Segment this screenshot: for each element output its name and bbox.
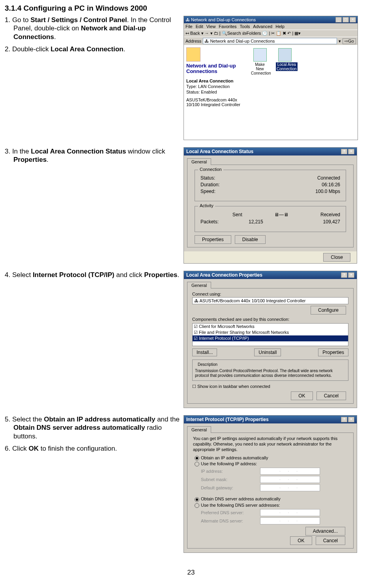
dialog-title: Internet Protocol (TCP/IP) Properties	[186, 417, 269, 422]
close-button[interactable]: ×	[348, 149, 354, 154]
dialog-titlebar[interactable]: Local Area Connection Properties ?×	[184, 271, 357, 279]
disable-button[interactable]: Disable	[235, 235, 266, 244]
dialog-title: Local Area Connection Status	[186, 149, 253, 154]
subnet-mask-field: Subnet mask:. . .	[201, 476, 348, 483]
type-label: Type: LAN Connection	[186, 84, 245, 89]
step-5: 5. Select the Obtain an IP address autom…	[5, 415, 180, 440]
go-button[interactable]: ⇨Go	[343, 38, 356, 44]
radio-obtain-dns-auto[interactable]: Obtain DNS server address automatically	[195, 496, 348, 502]
window-title: Network and Dial-up Connections	[191, 17, 256, 22]
address-input[interactable]: 🖧 Network and Dial-up Connections	[203, 38, 337, 44]
dialog-title: Local Area Connection Properties	[186, 272, 262, 278]
connect-using-label: Connect using:	[192, 292, 348, 296]
list-item[interactable]: Client for Microsoft Networks	[193, 324, 348, 330]
dialog-titlebar[interactable]: Local Area Connection Status ?×	[184, 148, 357, 155]
tab-general[interactable]: General	[187, 426, 211, 433]
screenshot-lac-status-dialog: Local Area Connection Status ?× General …	[184, 147, 357, 264]
advanced-button[interactable]: Advanced...	[305, 527, 345, 536]
list-item[interactable]: File and Printer Sharing for Microsoft N…	[193, 330, 348, 335]
configure-button[interactable]: Configure	[311, 306, 346, 315]
step-4: 4. Select Internet Protocol (TCP/IP) and…	[5, 271, 180, 279]
connection-group: Connection Status:Connected Duration:06:…	[195, 170, 346, 201]
ip-address-field: IP address:. . .	[201, 468, 348, 475]
make-new-connection-icon[interactable]: Make New Connection	[251, 48, 269, 75]
local-area-connection-icon[interactable]: Local Area Connection	[276, 48, 294, 71]
close-button[interactable]: ×	[348, 272, 354, 278]
minimize-button[interactable]: _	[335, 17, 342, 22]
address-dropdown-icon[interactable]: ▾	[339, 39, 341, 44]
help-button[interactable]: ?	[341, 417, 347, 422]
cancel-button[interactable]: Cancel	[316, 536, 345, 545]
activity-group: Activity Sent🖥—🖥Received Packets:12,2151…	[195, 206, 346, 232]
alternate-dns-field: Alternate DNS server:. . .	[201, 517, 348, 524]
pane-title: Network and Dial-up Connections	[186, 63, 245, 75]
close-button[interactable]: ×	[348, 417, 354, 422]
radio-use-ip[interactable]: Use the following IP address:	[195, 461, 348, 466]
tab-general[interactable]: General	[187, 282, 211, 288]
maximize-button[interactable]: □	[343, 17, 349, 22]
section-heading: 3.1.4 Configuring a PC in Windows 2000	[5, 4, 377, 13]
properties-button[interactable]: Properties	[318, 348, 348, 356]
info-pane: Network and Dial-up Connections Local Ar…	[184, 45, 248, 140]
install-button[interactable]: Install...	[192, 348, 217, 356]
help-button[interactable]: ?	[341, 149, 347, 154]
window-icon: 🖧	[185, 17, 191, 22]
close-button[interactable]: ×	[350, 17, 356, 22]
status-label: Status: Enabled	[186, 90, 245, 94]
description-box: Description Transmission Control Protoco…	[192, 360, 348, 381]
window-titlebar[interactable]: 🖧 Network and Dial-up Connections _ □ ×	[184, 16, 358, 23]
address-bar[interactable]: Address 🖧 Network and Dial-up Connection…	[184, 37, 358, 45]
radio-use-dns[interactable]: Use the following DNS server addresses:	[195, 503, 348, 508]
components-label: Components checked are used by this conn…	[192, 317, 348, 322]
adapter-label: ASUSTeK/Broadcom 440x 10/100 Integrated …	[186, 97, 245, 107]
tab-general[interactable]: General	[187, 158, 211, 165]
screenshot-tcpip-properties-dialog: Internet Protocol (TCP/IP) Properties ?×…	[184, 415, 357, 553]
list-item-tcpip[interactable]: Internet Protocol (TCP/IP)	[193, 335, 348, 341]
default-gateway-field: Default gateway:. . .	[201, 484, 348, 491]
help-button[interactable]: ?	[341, 272, 347, 278]
menu-bar[interactable]: FileEditViewFavoritesToolsAdvancedHelp	[184, 23, 358, 30]
radio-obtain-ip-auto[interactable]: Obtain an IP address automatically	[195, 455, 348, 461]
properties-button[interactable]: Properties	[195, 235, 231, 244]
step-1: 1. Go to Start / Settings / Control Pane…	[5, 16, 180, 41]
page-number: 23	[5, 569, 377, 577]
components-list[interactable]: Client for Microsoft Networks File and P…	[192, 323, 348, 346]
dialog-titlebar[interactable]: Internet Protocol (TCP/IP) Properties ?×	[184, 416, 357, 423]
show-icon-checkbox[interactable]: ☐ Show icon in taskbar when connected	[192, 384, 348, 389]
activity-icon: 🖥—🖥	[274, 212, 288, 217]
network-folder-icon	[186, 47, 200, 62]
step-6: 6. Click OK to finish the configuration.	[5, 444, 180, 453]
uninstall-button[interactable]: Uninstall	[254, 348, 281, 356]
ok-button[interactable]: OK	[290, 536, 312, 545]
cancel-button[interactable]: Cancel	[316, 391, 346, 400]
close-button[interactable]: Close	[323, 253, 350, 262]
ok-button[interactable]: OK	[291, 391, 313, 400]
toolbar[interactable]: ↤ Back ▾ → ▾ 🗀 | 🔍Search 🗁Folders 🕑 | ✂ …	[184, 30, 358, 37]
intro-text: You can get IP settings assigned automat…	[193, 436, 348, 452]
screenshot-lac-properties-dialog: Local Area Connection Properties ?× Gene…	[184, 271, 357, 408]
step-3: 3. In the Local Area Connection Status w…	[5, 147, 180, 164]
step-2: 2. Double-click Local Area Connection.	[5, 45, 180, 53]
adapter-box: 🖧 ASUSTeK/Broadcom 440x 10/100 Integrate…	[192, 297, 348, 304]
screenshot-network-connections-window: 🖧 Network and Dial-up Connections _ □ × …	[184, 16, 358, 140]
selected-item-name: Local Area Connection	[186, 79, 245, 83]
preferred-dns-field: Preferred DNS server:. . .	[201, 509, 348, 516]
address-label: Address	[185, 39, 201, 43]
